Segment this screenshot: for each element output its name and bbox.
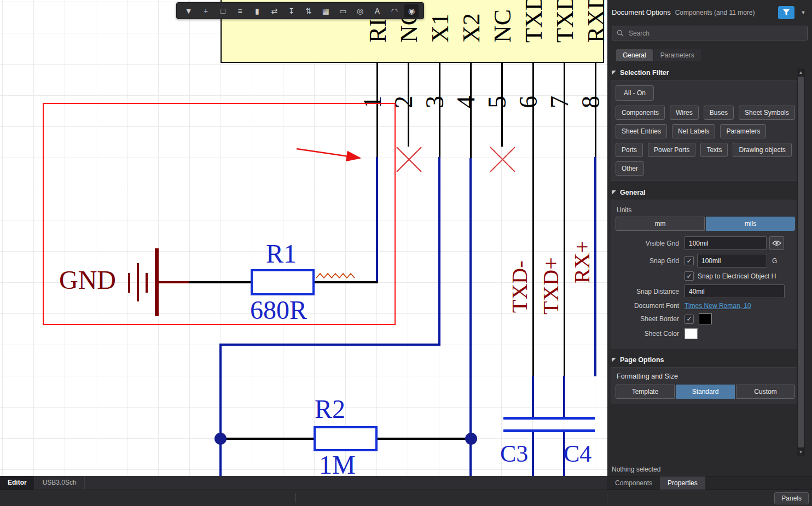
section-page-options-header[interactable]: Page Options [607, 351, 800, 367]
filter-btn-components[interactable]: Components [616, 106, 665, 120]
wire-r2-to-pin4[interactable] [378, 438, 471, 440]
mask-icon[interactable]: ▭ [336, 4, 350, 18]
filter-btn-net-labels[interactable]: Net Labels [672, 124, 715, 138]
pin-number-label[interactable]: 5 [485, 96, 510, 108]
pin-line-4[interactable] [470, 63, 472, 159]
pin-line-8[interactable] [595, 63, 596, 158]
pin-line-7[interactable] [564, 63, 565, 377]
chevron-down-icon[interactable]: ▼ [799, 6, 808, 19]
align-left-icon[interactable]: ≡ [233, 4, 247, 18]
pin-line-3[interactable] [439, 63, 440, 158]
format-template-button[interactable]: Template [616, 385, 675, 399]
selection-rectangle[interactable] [43, 103, 396, 325]
snap-distance-input[interactable] [685, 284, 785, 298]
document-font-link[interactable]: Times New Roman, 10 [685, 302, 751, 310]
distribute-horizontal-icon[interactable]: ⇄ [267, 4, 281, 18]
wire-left-vertical[interactable] [219, 344, 222, 440]
filter-btn-texts[interactable]: Texts [700, 143, 728, 157]
wire-junction[interactable] [465, 433, 477, 445]
select-area-icon[interactable]: □ [216, 4, 230, 18]
snap-grid-input[interactable] [697, 254, 767, 267]
r2-designator[interactable]: R2 [315, 396, 345, 422]
net-label-rx-plus[interactable]: RX+ [571, 241, 593, 283]
pin-name-label[interactable]: X2 [460, 13, 484, 43]
tab-properties-panel[interactable]: Properties [660, 476, 705, 490]
scrollbar-thumb[interactable] [798, 77, 804, 447]
c3-designator[interactable]: C3 [500, 442, 528, 466]
sheet-border-checkbox[interactable]: ✓ [685, 315, 694, 324]
tab-usb3-0sch[interactable]: USB3.0Sch [35, 476, 85, 490]
no-connect-x-mark[interactable] [490, 147, 515, 172]
wire-pin8-vertical[interactable] [594, 157, 596, 376]
filter-btn-sheet-entries[interactable]: Sheet Entries [616, 124, 667, 138]
tab-editor[interactable]: Editor [0, 476, 35, 490]
pin-name-label[interactable]: TXD [522, 0, 546, 43]
text-tool-icon[interactable]: A [370, 4, 384, 18]
wire-left-to-r2[interactable] [221, 438, 314, 440]
snap-grid-checkbox[interactable]: ✓ [685, 256, 694, 265]
filter-btn-drawing-objects[interactable]: Drawing objects [733, 143, 791, 157]
wire-horizontal-mid[interactable] [219, 344, 440, 346]
filter-btn-sheet-symbols[interactable]: Sheet Symbols [739, 106, 795, 120]
search-box[interactable] [612, 26, 808, 40]
filter-btn-ports[interactable]: Ports [616, 143, 643, 157]
pin-number-label[interactable]: 7 [547, 96, 572, 108]
tab-general[interactable]: General [616, 49, 653, 61]
filter-btn-parameters[interactable]: Parameters [720, 124, 766, 138]
pin-line-5[interactable] [501, 63, 503, 147]
panels-button[interactable]: Panels [774, 492, 809, 504]
sheet-color-swatch[interactable] [685, 328, 698, 339]
pin-number-label[interactable]: 8 [578, 96, 604, 108]
section-general-header[interactable]: General [607, 183, 800, 200]
filter-btn-wires[interactable]: Wires [670, 106, 699, 120]
units-mils-button[interactable]: mils [706, 217, 795, 231]
snap-electrical-checkbox[interactable]: ✓ [685, 271, 694, 281]
pin-number-label[interactable]: 3 [422, 96, 448, 108]
scroll-up-icon[interactable]: ▲ [799, 68, 803, 76]
net-label-txd-plus[interactable]: TXD+ [540, 257, 562, 315]
circle-tool-icon[interactable]: ◎ [353, 4, 367, 18]
tab-components-panel[interactable]: Components [607, 476, 660, 490]
search-input[interactable] [628, 29, 803, 38]
pin-number-label[interactable]: 4 [454, 96, 479, 108]
filter-btn-other[interactable]: Other [616, 161, 644, 176]
origin-icon[interactable]: ◉ [404, 4, 419, 18]
move-icon[interactable]: + [199, 4, 213, 18]
capacitor-c4-plate[interactable] [535, 429, 595, 432]
no-connect-x-mark[interactable] [397, 147, 421, 172]
all-on-button[interactable]: All - On [616, 85, 654, 101]
format-custom-button[interactable]: Custom [736, 385, 795, 399]
grid-view-icon[interactable]: ▦ [318, 4, 333, 18]
schematic-canvas[interactable]: RI NC X1 X2 NC TXD TXD RXD 1 2 3 4 5 6 7… [0, 0, 607, 476]
wire-junction[interactable] [214, 433, 227, 445]
c4-designator[interactable]: C4 [564, 442, 591, 466]
wire-pin7-to-cap[interactable] [563, 376, 565, 418]
pin-line-6[interactable] [532, 63, 534, 377]
format-standard-button[interactable]: Standard [676, 385, 735, 399]
filter-btn-buses[interactable]: Buses [704, 106, 734, 120]
panel-scrollbar[interactable]: ▲ ▼ [797, 68, 805, 456]
pin-name-label[interactable]: RXD [584, 0, 607, 43]
filter-btn-power-ports[interactable]: Power Ports [648, 143, 695, 157]
panel-title[interactable]: Document Options [612, 8, 671, 16]
align-center-icon[interactable]: ▮ [250, 4, 264, 18]
section-selection-filter-header[interactable]: Selection Filter [607, 63, 800, 80]
pin-name-label[interactable]: NC [491, 9, 515, 43]
filter-icon[interactable]: ▼ [182, 4, 196, 18]
tab-parameters[interactable]: Parameters [654, 49, 701, 61]
r2-value[interactable]: 1M [319, 452, 356, 476]
wire-pin3-vertical[interactable] [438, 157, 440, 346]
panel-scope-dropdown[interactable]: Components (and 11 more) [675, 9, 774, 16]
net-label-txd-minus[interactable]: TXD- [509, 260, 531, 313]
pin-number-label[interactable]: 6 [516, 96, 541, 108]
pin-name-label[interactable]: RI [366, 19, 390, 43]
capacitor-c4-plate[interactable] [535, 417, 595, 420]
wire-cap3-lower[interactable] [532, 432, 534, 476]
visible-grid-input[interactable] [685, 236, 767, 250]
arc-tool-icon[interactable]: ◠ [387, 4, 402, 18]
sheet-border-color-swatch[interactable] [699, 313, 712, 324]
visibility-eye-button[interactable] [769, 236, 784, 250]
distribute-vertical-icon[interactable]: ⇅ [301, 4, 316, 18]
pin-name-label[interactable]: X1 [428, 13, 453, 43]
align-bottom-icon[interactable]: ↧ [285, 4, 299, 18]
